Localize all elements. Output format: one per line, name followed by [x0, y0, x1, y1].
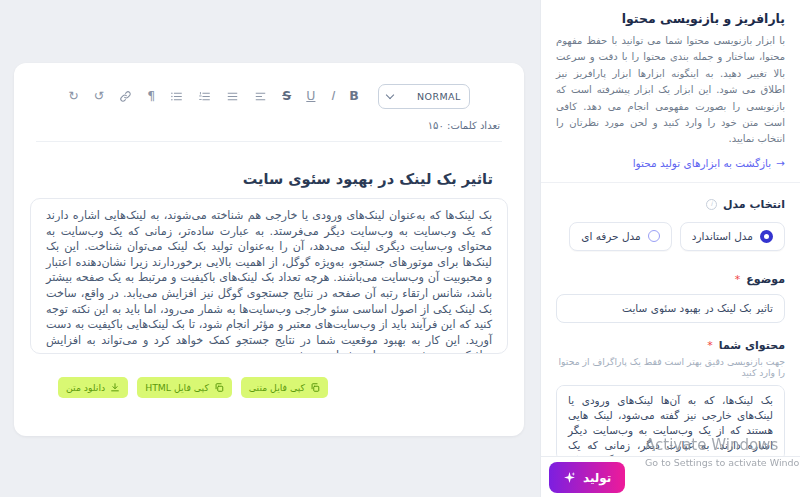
generate-button[interactable]: تولید: [549, 462, 625, 493]
document-title: تاثیر بک لینک در بهبود سئوی سایت: [14, 171, 524, 187]
sidebar-form: انتخاب مدل i مدل استاندارد مدل حرفه ای م…: [541, 183, 800, 497]
content-textarea[interactable]: بک لینک‌ها، که به آن‌ها لینک‌های ورودی ی…: [556, 385, 785, 461]
align-justify-button[interactable]: [226, 90, 239, 103]
align-justify-icon: [226, 90, 239, 103]
subject-label: موضوع: [746, 273, 785, 286]
export-actions: کپی فایل متنی کپی فایل HTML دانلود متن: [14, 377, 524, 398]
model-standard-label: مدل استاندارد: [692, 230, 753, 242]
radio-selected-icon: [760, 230, 773, 243]
sidebar-footer: تولید: [541, 456, 800, 497]
underline-button[interactable]: U: [306, 90, 315, 103]
word-count: تعداد کلمات: ۱۵۰: [14, 120, 524, 131]
divider: [36, 141, 502, 142]
required-asterisk: *: [707, 339, 713, 352]
copy-html-button[interactable]: کپی فایل HTML: [137, 377, 232, 398]
paragraph-direction-button[interactable]: ¶: [147, 90, 155, 103]
download-text-label: دانلود متن: [66, 382, 105, 393]
model-select-label: انتخاب مدل: [723, 198, 785, 211]
italic-button[interactable]: I: [330, 90, 334, 103]
copy-text-button[interactable]: کپی فایل متنی: [241, 377, 328, 398]
radio-unselected-icon: [648, 230, 660, 242]
document-body[interactable]: بک لینک‌ها که به‌عنوان لینک‌های ورودی یا…: [30, 198, 508, 354]
undo-button[interactable]: ↺: [94, 90, 104, 103]
subject-input[interactable]: [556, 294, 785, 323]
sparkle-icon: [563, 471, 576, 484]
tool-description: با ابزار بازنویسی محتوا شما می توانید با…: [556, 33, 785, 148]
link-icon: [119, 90, 132, 103]
bold-button[interactable]: B: [349, 90, 359, 103]
redo-button[interactable]: ↻: [68, 90, 78, 103]
paraphrase-tool-page: ↻ ↺ ¶: [0, 0, 800, 497]
download-icon: [110, 382, 120, 393]
back-to-tools-link[interactable]: → بازگشت به ابزارهای تولید محتوا: [556, 157, 785, 169]
content-helper-text: جهت بازنویسی دقیق بهتر است فقط یک پاراگر…: [556, 356, 785, 378]
heading-style-value: NORMAL: [417, 91, 461, 102]
tool-title: پارافریز و بازنویسی محتوا: [556, 11, 785, 26]
back-link-label: بازگشت به ابزارهای تولید محتوا: [633, 157, 771, 169]
download-text-button[interactable]: دانلود متن: [58, 377, 128, 398]
copy-html-label: کپی فایل HTML: [145, 382, 209, 393]
content-label: محتوای شما: [719, 339, 785, 352]
copy-icon: [214, 382, 224, 393]
chevron-down-icon: [385, 91, 393, 99]
model-options: مدل استاندارد مدل حرفه ای: [556, 222, 785, 251]
model-option-pro[interactable]: مدل حرفه ای: [569, 222, 672, 251]
bullet-list-button[interactable]: [170, 90, 183, 103]
heading-style-select[interactable]: NORMAL: [378, 84, 470, 109]
ordered-list-icon: [198, 90, 211, 103]
ordered-list-button[interactable]: [198, 90, 211, 103]
required-asterisk: *: [735, 273, 741, 286]
bullet-list-icon: [170, 90, 183, 103]
align-left-button[interactable]: [254, 90, 267, 103]
link-button[interactable]: [119, 90, 132, 103]
tool-intro-section: پارافریز و بازنویسی محتوا با ابزار بازنو…: [541, 0, 800, 183]
editor-toolbar: ↻ ↺ ¶: [14, 84, 524, 109]
editor-card: ↻ ↺ ¶: [14, 63, 524, 436]
strikethrough-button[interactable]: S: [282, 90, 291, 103]
info-icon[interactable]: i: [706, 199, 717, 210]
copy-text-label: کپی فایل متنی: [249, 382, 305, 393]
copy-icon: [310, 382, 320, 393]
model-option-standard[interactable]: مدل استاندارد: [680, 222, 785, 251]
settings-sidebar: پارافریز و بازنویسی محتوا با ابزار بازنو…: [540, 0, 800, 497]
model-pro-label: مدل حرفه ای: [581, 230, 641, 242]
back-arrow-icon: →: [776, 157, 785, 169]
align-left-icon: [254, 90, 267, 103]
generate-label: تولید: [583, 471, 611, 485]
